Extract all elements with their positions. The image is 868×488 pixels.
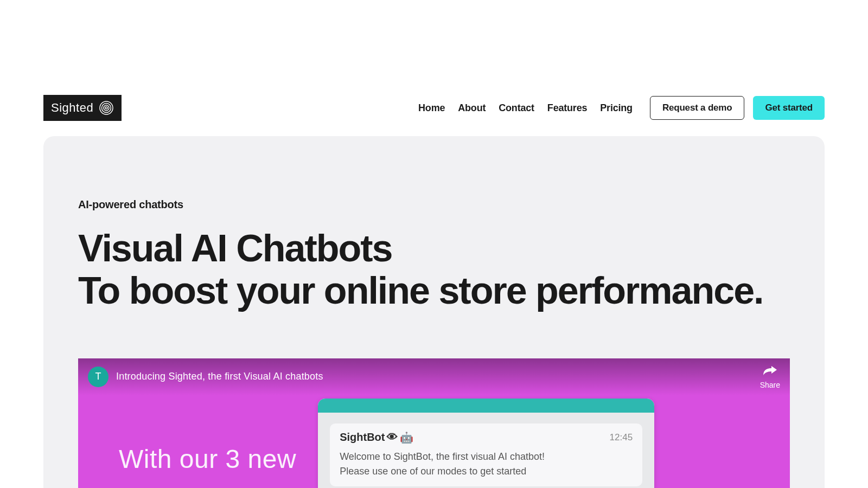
hero-section: AI-powered chatbots Visual AI Chatbots T… <box>43 136 825 488</box>
chat-message: Welcome to SightBot, the first visual AI… <box>340 450 633 479</box>
chat-timestamp: 12:45 <box>610 432 633 443</box>
request-demo-button[interactable]: Request a demo <box>650 96 745 120</box>
chat-bubble: SightBot 👁 🤖 12:45 Welcome to SightBot, … <box>330 423 642 486</box>
main-nav: Home About Contact Features Pricing Requ… <box>418 96 825 120</box>
video-share-label: Share <box>760 381 780 389</box>
chat-bot-name: SightBot 👁 🤖 <box>340 431 413 444</box>
nav-link-features[interactable]: Features <box>547 102 587 114</box>
nav-link-about[interactable]: About <box>458 102 486 114</box>
nav-link-home[interactable]: Home <box>418 102 445 114</box>
nav-link-contact[interactable]: Contact <box>499 102 534 114</box>
hero-headline-line1: Visual AI Chatbots <box>78 227 392 269</box>
video-title-area: T Introducing Sighted, the first Visual … <box>88 367 323 387</box>
svg-point-1 <box>102 104 111 113</box>
video-share-button[interactable]: Share <box>760 364 780 389</box>
video-overlay-text: With our 3 new <box>119 444 296 474</box>
video-title[interactable]: Introducing Sighted, the first Visual AI… <box>116 371 323 382</box>
share-arrow-icon <box>762 364 778 378</box>
logo[interactable]: Sighted <box>43 95 122 121</box>
hero-headline-line2: To boost your online store performance. <box>78 269 763 312</box>
get-started-button[interactable]: Get started <box>753 96 825 120</box>
nav-link-pricing[interactable]: Pricing <box>600 102 633 114</box>
logo-swirl-icon <box>99 100 114 115</box>
hero-eyebrow: AI-powered chatbots <box>78 198 790 211</box>
header: Sighted Home About Contact Features Pric… <box>43 95 825 121</box>
video-topbar: T Introducing Sighted, the first Visual … <box>78 358 790 395</box>
hero-headline: Visual AI Chatbots To boost your online … <box>78 227 790 312</box>
robot-icon: 🤖 <box>400 431 413 444</box>
nav-buttons: Request a demo Get started <box>650 96 825 120</box>
video-channel-avatar[interactable]: T <box>88 367 108 387</box>
eye-icon: 👁 <box>387 431 398 444</box>
chat-window: SightBot 👁 🤖 12:45 Welcome to SightBot, … <box>318 399 654 488</box>
logo-text: Sighted <box>51 101 93 115</box>
chat-header-bar <box>318 399 654 413</box>
chat-bubble-head: SightBot 👁 🤖 12:45 <box>340 431 633 444</box>
video-embed[interactable]: T Introducing Sighted, the first Visual … <box>78 358 790 488</box>
svg-point-2 <box>104 105 109 111</box>
svg-point-3 <box>105 107 107 109</box>
chat-body: SightBot 👁 🤖 12:45 Welcome to SightBot, … <box>318 413 654 488</box>
